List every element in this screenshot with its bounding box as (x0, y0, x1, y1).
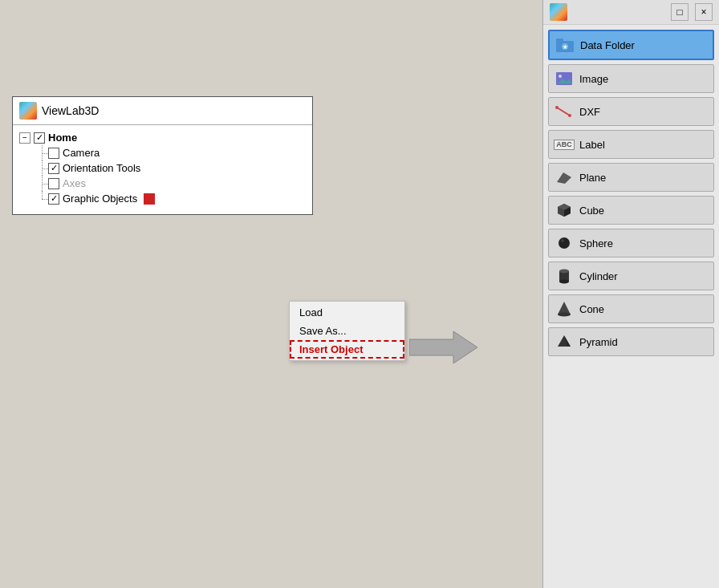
btn-label-label: Label (579, 139, 605, 151)
folder-icon: ★ (556, 36, 574, 54)
arrow-right (409, 327, 477, 370)
btn-plane[interactable]: Plane (548, 163, 714, 192)
svg-text:★: ★ (563, 44, 568, 50)
svg-point-10 (568, 114, 571, 117)
btn-data-folder-label: Data Folder (580, 39, 635, 51)
label-axes: Axes (63, 177, 86, 189)
tree-row-camera[interactable]: Camera (19, 145, 306, 160)
context-menu-item-insert[interactable]: Insert Object (290, 340, 404, 359)
svg-marker-11 (557, 172, 571, 184)
checkbox-home[interactable] (34, 132, 45, 144)
tree-panel: ViewLab3D − Home Camera Orientation Tool… (12, 96, 313, 215)
checkbox-axes[interactable] (48, 178, 59, 189)
btn-label[interactable]: ABC Label (548, 130, 714, 159)
svg-point-19 (559, 270, 569, 274)
svg-point-6 (559, 75, 562, 78)
label-icon: ABC (555, 136, 573, 153)
dxf-icon (555, 103, 573, 120)
svg-point-9 (555, 106, 559, 109)
tree-row-graphic[interactable]: Graphic Objects (19, 191, 306, 206)
svg-line-8 (557, 107, 570, 116)
cylinder-icon (555, 267, 573, 285)
svg-point-22 (558, 313, 571, 317)
svg-point-20 (559, 280, 569, 284)
label-home: Home (48, 132, 77, 144)
btn-plane-label: Plane (579, 172, 606, 184)
btn-pyramid[interactable]: Pyramid (548, 327, 714, 356)
label-graphic: Graphic Objects (63, 193, 137, 205)
btn-sphere[interactable]: Sphere (548, 229, 714, 258)
pyramid-icon (555, 333, 573, 351)
btn-cylinder[interactable]: Cylinder (548, 262, 714, 290)
cone-icon (555, 300, 573, 318)
close-button[interactable]: × (695, 3, 713, 21)
svg-point-17 (561, 239, 564, 242)
app-icon (19, 102, 37, 120)
btn-sphere-label: Sphere (579, 237, 613, 249)
image-icon (555, 70, 573, 87)
btn-cylinder-label: Cylinder (579, 270, 618, 282)
panel-title-icon (550, 3, 567, 21)
btn-image[interactable]: Image (548, 64, 714, 93)
object-panel-titlebar: □ × (543, 0, 719, 25)
svg-marker-0 (409, 331, 477, 363)
tree-row-orientation[interactable]: Orientation Tools (19, 160, 306, 176)
label-orientation: Orientation Tools (63, 162, 140, 174)
btn-data-folder[interactable]: ★ Data Folder (548, 30, 714, 60)
btn-cone-label: Cone (579, 303, 604, 315)
btn-dxf[interactable]: DXF (548, 97, 714, 126)
btn-dxf-label: DXF (579, 106, 600, 118)
btn-pyramid-label: Pyramid (579, 336, 618, 348)
btn-cube-label: Cube (579, 205, 604, 217)
btn-image-label: Image (579, 73, 608, 85)
checkbox-orientation[interactable] (48, 163, 59, 174)
svg-point-16 (559, 237, 570, 249)
cube-icon (555, 201, 573, 219)
context-menu-item-load[interactable]: Load (290, 303, 404, 322)
checkbox-camera[interactable] (48, 148, 59, 159)
context-menu: Load Save As... Insert Object (289, 301, 405, 361)
tree-content: − Home Camera Orientation Tools Axes (13, 125, 312, 214)
plane-icon (555, 168, 573, 186)
label-camera: Camera (63, 147, 100, 159)
graphic-indicator (144, 193, 155, 205)
app-title: ViewLab3D (42, 104, 99, 117)
object-panel: □ × ★ Data Folder (542, 0, 719, 588)
expand-home[interactable]: − (19, 132, 30, 144)
btn-cube[interactable]: Cube (548, 196, 714, 225)
context-menu-item-saveas[interactable]: Save As... (290, 322, 404, 340)
sphere-icon (555, 234, 573, 252)
tree-row-axes[interactable]: Axes (19, 176, 306, 191)
btn-cone[interactable]: Cone (548, 294, 714, 323)
checkbox-graphic[interactable] (48, 193, 59, 205)
minimize-button[interactable]: □ (671, 3, 689, 21)
object-panel-content: ★ Data Folder Image (543, 25, 719, 588)
tree-row-home[interactable]: − Home (19, 130, 306, 145)
svg-rect-2 (556, 39, 563, 43)
tree-panel-header: ViewLab3D (13, 97, 312, 125)
